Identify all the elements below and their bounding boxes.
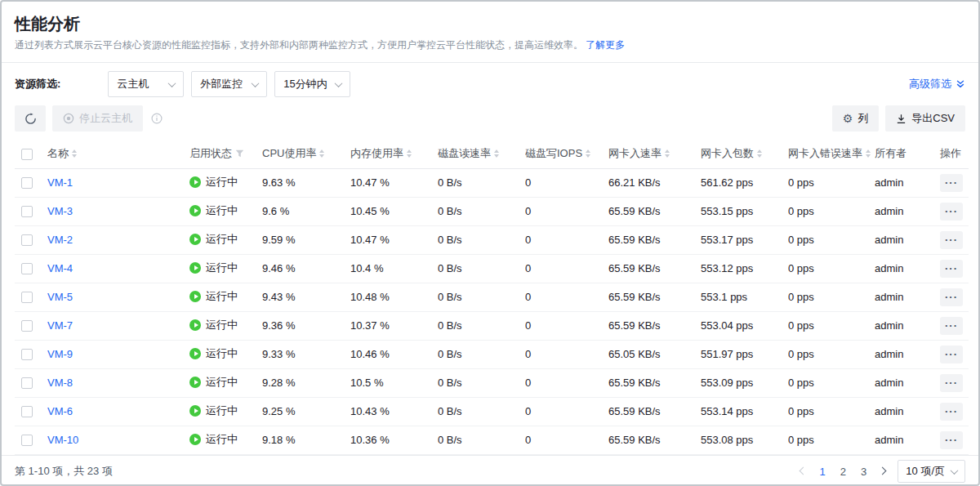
double-chevron-down-icon: [956, 79, 965, 89]
row-actions-button[interactable]: ···: [940, 374, 963, 392]
table-row: VM-6 运行中 9.25 % 10.43 % 0 B/s 0 65.59 KB…: [15, 397, 969, 426]
owner-cell: admin: [875, 397, 933, 426]
row-checkbox[interactable]: [21, 292, 33, 303]
nic-in-error-rate-cell: 0 pps: [788, 426, 875, 454]
table-row: VM-2 运行中 9.59 % 10.47 % 0 B/s 0 65.59 KB…: [15, 225, 969, 254]
toolbar: 停止云主机 ⚙ 列 导出CSV: [2, 105, 978, 140]
resource-type-select[interactable]: 云主机: [108, 71, 184, 97]
gear-icon: ⚙: [843, 113, 853, 124]
vm-name-link[interactable]: VM-2: [47, 234, 73, 246]
disk-read-rate-cell: 0 B/s: [438, 426, 525, 454]
vm-name-link[interactable]: VM-8: [47, 377, 73, 389]
learn-more-link[interactable]: 了解更多: [586, 39, 625, 51]
disk-write-iops-cell: 0: [525, 368, 608, 397]
row-checkbox[interactable]: [21, 435, 33, 446]
vm-name-link[interactable]: VM-6: [47, 405, 73, 417]
row-checkbox[interactable]: [21, 234, 33, 246]
col-disk-read: 磁盘读速率: [438, 146, 491, 161]
refresh-button[interactable]: [15, 105, 46, 132]
running-status-icon: [189, 291, 201, 302]
vm-name-link[interactable]: VM-3: [47, 205, 73, 217]
vm-name-link[interactable]: VM-5: [47, 291, 73, 303]
sort-icon[interactable]: [665, 149, 670, 158]
advanced-filter-link[interactable]: 高级筛选: [909, 77, 965, 91]
row-checkbox[interactable]: [21, 349, 33, 360]
advanced-filter-label: 高级筛选: [909, 77, 951, 91]
running-status-icon: [189, 377, 201, 388]
disk-read-rate-cell: 0 B/s: [438, 168, 525, 197]
cpu-usage-cell: 9.36 %: [262, 311, 350, 340]
disk-write-iops-cell: 0: [525, 283, 608, 311]
table-row: VM-4 运行中 9.46 % 10.4 % 0 B/s 0 65.59 KB/…: [15, 254, 969, 283]
sort-icon[interactable]: [319, 149, 324, 158]
status-label: 运行中: [206, 232, 238, 247]
memory-usage-cell: 10.4 %: [350, 254, 438, 283]
row-checkbox[interactable]: [21, 377, 33, 389]
status-label: 运行中: [206, 346, 238, 361]
disk-write-iops-cell: 0: [525, 426, 608, 454]
owner-cell: admin: [875, 340, 933, 368]
row-actions-button[interactable]: ···: [940, 288, 963, 306]
info-icon[interactable]: [151, 113, 163, 124]
table-row: VM-1 运行中 9.63 % 10.47 % 0 B/s 0 66.21 KB…: [15, 168, 969, 197]
row-actions-button[interactable]: ···: [940, 317, 963, 335]
prev-page-button[interactable]: [800, 468, 807, 475]
row-actions-button[interactable]: ···: [940, 174, 963, 192]
sort-icon[interactable]: [866, 149, 871, 158]
row-actions-button[interactable]: ···: [940, 346, 963, 363]
nic-in-rate-cell: 65.59 KB/s: [608, 254, 701, 283]
page-header: 性能分析 通过列表方式展示云平台核心资源的性能监控指标，支持外部和内部两种监控方…: [2, 2, 978, 63]
sort-icon[interactable]: [407, 149, 412, 158]
page-number-1[interactable]: 1: [818, 466, 827, 478]
stop-vm-button[interactable]: 停止云主机: [52, 105, 143, 132]
row-checkbox[interactable]: [21, 206, 33, 217]
col-name: 名称: [47, 146, 69, 161]
vm-name-link[interactable]: VM-7: [47, 319, 73, 332]
row-actions-button[interactable]: ···: [940, 260, 963, 278]
time-range-select[interactable]: 15分钟内: [274, 71, 350, 97]
sort-icon[interactable]: [72, 149, 77, 158]
status-label: 运行中: [206, 175, 238, 189]
row-actions-button[interactable]: ···: [940, 203, 963, 221]
disk-write-iops-cell: 0: [525, 168, 608, 197]
row-checkbox[interactable]: [21, 263, 33, 274]
page-number-2[interactable]: 2: [839, 466, 848, 478]
monitor-type-select[interactable]: 外部监控: [191, 71, 267, 97]
row-actions-button[interactable]: ···: [940, 231, 963, 249]
export-csv-button[interactable]: 导出CSV: [885, 105, 965, 132]
col-mem: 内存使用率: [350, 146, 403, 161]
owner-cell: admin: [875, 368, 933, 397]
owner-cell: admin: [875, 197, 933, 225]
page-number-3[interactable]: 3: [859, 466, 868, 478]
resource-type-value: 云主机: [117, 77, 149, 91]
status-label: 运行中: [206, 261, 238, 275]
nic-in-rate-cell: 65.59 KB/s: [608, 426, 701, 454]
sort-icon[interactable]: [494, 149, 499, 158]
vm-name-link[interactable]: VM-9: [47, 348, 73, 360]
next-page-button[interactable]: [880, 468, 886, 475]
select-all-checkbox[interactable]: [21, 149, 33, 160]
col-status: 启用状态: [189, 146, 232, 161]
filter-funnel-icon[interactable]: [235, 149, 244, 158]
vm-name-link[interactable]: VM-10: [47, 434, 78, 446]
sort-icon[interactable]: [757, 149, 762, 158]
page-size-select[interactable]: 10 项/页: [898, 460, 965, 483]
row-checkbox[interactable]: [21, 320, 33, 332]
table-row: VM-8 运行中 9.28 % 10.5 % 0 B/s 0 65.59 KB/…: [15, 368, 969, 397]
columns-button[interactable]: ⚙ 列: [832, 105, 880, 132]
sort-icon[interactable]: [586, 149, 590, 158]
memory-usage-cell: 10.48 %: [350, 283, 438, 311]
nic-in-packets-cell: 553.17 pps: [701, 225, 788, 254]
row-actions-button[interactable]: ···: [940, 431, 963, 449]
disk-read-rate-cell: 0 B/s: [438, 283, 525, 311]
vm-name-link[interactable]: VM-1: [47, 176, 73, 189]
row-checkbox[interactable]: [21, 406, 33, 417]
row-actions-button[interactable]: ···: [940, 403, 963, 421]
disk-read-rate-cell: 0 B/s: [438, 225, 525, 254]
refresh-icon: [24, 113, 37, 125]
vm-name-link[interactable]: VM-4: [47, 262, 73, 274]
monitor-type-value: 外部监控: [200, 77, 243, 91]
performance-table: 名称 启用状态 CPU使用率 内存使用率 磁盘读速率 磁盘写IOPS 网卡入速率…: [15, 140, 969, 455]
performance-analysis-page: 性能分析 通过列表方式展示云平台核心资源的性能监控指标，支持外部和内部两种监控方…: [0, 0, 980, 486]
row-checkbox[interactable]: [21, 177, 33, 189]
